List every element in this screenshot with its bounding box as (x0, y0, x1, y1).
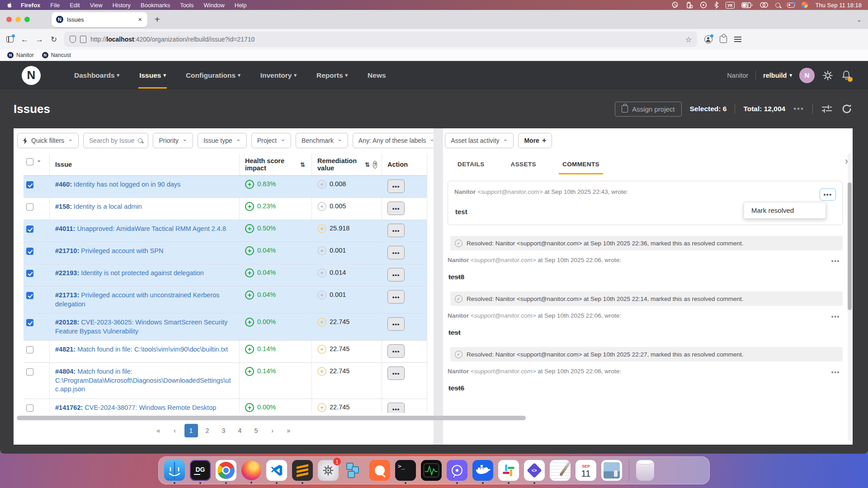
menubar-item-view[interactable]: View (90, 2, 103, 9)
app-menu-icon[interactable] (734, 37, 741, 42)
search-issue-input[interactable]: Search by Issue (83, 133, 148, 148)
bookmark-nanitor[interactable]: NNanitor (7, 52, 34, 58)
extensions-icon[interactable] (720, 36, 727, 43)
panel-scrollbar[interactable] (848, 154, 852, 441)
row-checkbox[interactable] (26, 270, 33, 277)
menubar-item-history[interactable]: History (113, 2, 131, 9)
dock-pixel-app-icon[interactable] (344, 460, 364, 481)
menubar-clock[interactable]: Thu Sep 11 18:18 (816, 2, 862, 9)
list-tabs-chevron-icon[interactable]: ⌄ (857, 16, 862, 23)
tab-comments[interactable]: COMMENTS (559, 161, 603, 174)
spotlight-search-icon[interactable] (775, 3, 780, 8)
issue-link[interactable]: #21713: Privileged account with unconstr… (55, 291, 233, 309)
row-actions-button[interactable]: ••• (387, 268, 405, 282)
row-checkbox[interactable] (26, 346, 33, 353)
new-tab-button[interactable]: + (155, 14, 160, 25)
select-menu-chevron-icon[interactable] (37, 157, 41, 164)
row-checkbox[interactable] (26, 248, 33, 255)
apple-menu-icon[interactable] (6, 2, 13, 8)
issue-column-header[interactable]: Issue (50, 154, 240, 175)
tracking-shield-icon[interactable] (70, 36, 76, 43)
menubar-item-bookmarks[interactable]: Bookmarks (141, 2, 170, 9)
row-actions-button[interactable]: ••• (387, 344, 405, 358)
bookmark-nancust[interactable]: NNancust (42, 52, 71, 58)
menubar-item-tools[interactable]: Tools (180, 2, 193, 9)
row-actions-button[interactable]: ••• (387, 179, 405, 193)
page-button-4[interactable]: 4 (233, 424, 247, 437)
issue-link[interactable]: #20128: CVE-2023-36025: Windows SmartScr… (55, 318, 233, 336)
page-button-1[interactable]: 1 (184, 424, 198, 437)
comment-actions-button[interactable]: ••• (829, 312, 843, 321)
page-last-button[interactable]: » (282, 424, 296, 437)
play-status-icon[interactable] (700, 1, 707, 9)
sort-icon[interactable] (300, 161, 305, 168)
browser-tab-issues[interactable]: N Issues × (52, 12, 147, 27)
row-actions-button[interactable]: ••• (387, 224, 405, 237)
dock-terminal-icon[interactable]: >_ (395, 460, 416, 481)
filter-quick-filters[interactable]: Quick filters (17, 133, 79, 148)
page-button-2[interactable]: 2 (201, 424, 214, 437)
dock-slack-icon[interactable] (498, 460, 519, 481)
select-all-checkbox[interactable] (26, 158, 33, 165)
row-checkbox[interactable] (26, 225, 33, 233)
nav-item-configurations[interactable]: Configurations (185, 62, 241, 89)
filter-issue-type[interactable]: Issue type (198, 133, 247, 148)
viber-status-icon[interactable] (671, 1, 679, 9)
filter-priority[interactable]: Priority (153, 133, 193, 148)
sidebar-toggle-icon[interactable] (6, 36, 14, 42)
nav-item-news[interactable]: News (367, 62, 387, 89)
row-checkbox[interactable] (26, 203, 33, 211)
menubar-item-window[interactable]: Window (204, 2, 225, 9)
dock-sublime-icon[interactable] (292, 460, 313, 481)
page-next-button[interactable]: › (266, 424, 279, 437)
nanitor-logo[interactable]: N (22, 66, 41, 85)
column-settings-icon[interactable] (821, 103, 833, 114)
assign-project-button[interactable]: Assign project (615, 102, 681, 117)
firefox-status-icon[interactable] (802, 2, 808, 8)
row-actions-button[interactable]: ••• (387, 317, 405, 331)
row-checkbox[interactable] (26, 292, 33, 299)
row-actions-button[interactable]: ••• (387, 403, 405, 413)
panel-scrollbar-thumb[interactable] (848, 183, 852, 310)
sort-icon[interactable] (365, 161, 370, 168)
row-checkbox[interactable] (26, 319, 33, 326)
homebrew-update-icon[interactable]: ! (685, 1, 693, 9)
dock-calendar-icon[interactable]: SEP11 (576, 460, 596, 481)
dock-settings-icon[interactable]: 1 (318, 460, 339, 481)
zoom-window-button[interactable] (24, 17, 30, 22)
account-icon[interactable] (704, 35, 712, 43)
dock-viber-icon[interactable] (447, 460, 467, 481)
refresh-icon[interactable] (841, 103, 853, 115)
issue-link[interactable]: #460: Identity has not logged on in 90 d… (55, 180, 180, 189)
row-actions-button[interactable]: ••• (387, 202, 405, 215)
user-avatar[interactable]: N (799, 68, 815, 83)
page-info-icon[interactable] (80, 36, 86, 43)
header-overflow-menu[interactable]: ••• (793, 104, 804, 113)
page-prev-button[interactable]: ‹ (168, 424, 182, 437)
issue-link[interactable]: #22193: Identity is not protected agains… (55, 269, 204, 278)
dock-docker-icon[interactable] (472, 460, 493, 481)
keyboard-layout-indicator[interactable]: УК (726, 2, 735, 9)
settings-gear-icon[interactable] (822, 70, 834, 81)
nav-item-dashboards[interactable]: Dashboards (73, 62, 120, 89)
row-checkbox[interactable] (26, 404, 33, 412)
dock-postman-icon[interactable] (369, 460, 390, 481)
filter-benchmark[interactable]: Benchmark (296, 133, 348, 148)
issue-link[interactable]: #158: Identity is a local admin (55, 202, 142, 211)
remediation-column-header[interactable]: Remediation value ? (312, 154, 382, 175)
dock-chrome-icon[interactable] (216, 460, 236, 481)
minimize-window-button[interactable] (15, 17, 21, 22)
row-actions-button[interactable]: ••• (387, 290, 405, 304)
reload-button[interactable]: ↻ (51, 36, 57, 43)
notifications-bell-icon[interactable] (841, 70, 852, 81)
dock-image-preview-icon[interactable] (601, 460, 622, 481)
row-actions-button[interactable]: ••• (387, 246, 405, 259)
row-actions-button[interactable]: ••• (387, 366, 405, 380)
forward-button[interactable]: → (36, 36, 43, 43)
dock-devtool-icon[interactable]: <> (524, 460, 545, 481)
issue-link[interactable]: #141762: CVE-2024-38077: Windows Remote … (55, 404, 216, 413)
row-checkbox[interactable] (26, 368, 33, 375)
comment-actions-button[interactable]: ••• (829, 257, 843, 266)
bluetooth-icon[interactable] (714, 1, 719, 9)
menubar-item-help[interactable]: Help (235, 2, 247, 9)
